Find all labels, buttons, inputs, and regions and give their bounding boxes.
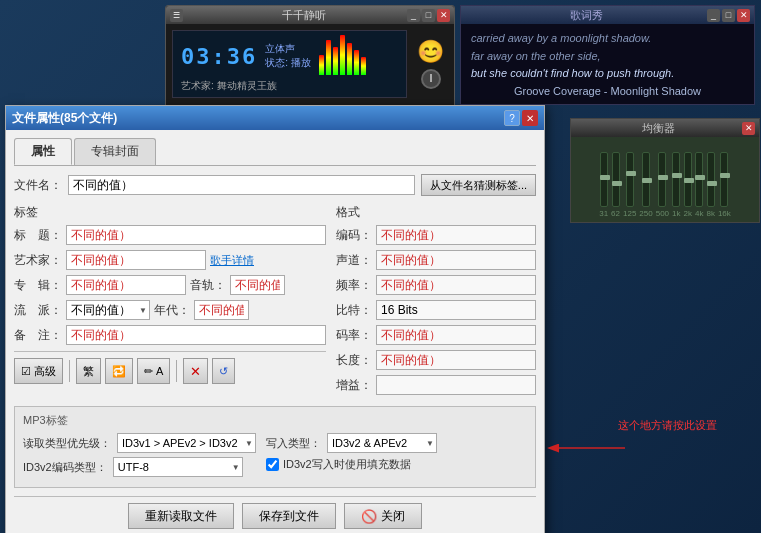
- tab-properties[interactable]: 属性: [14, 138, 72, 165]
- close-button[interactable]: 🚫 关闭: [344, 503, 422, 529]
- eq-window: 均衡器 ✕ 31 62 125 250: [570, 118, 760, 223]
- delete-button[interactable]: ✕: [183, 358, 208, 384]
- eq-slider-track-500[interactable]: [658, 152, 666, 207]
- annotation-text: 这个地方请按此设置: [618, 418, 748, 433]
- lyrics-maximize-button[interactable]: □: [722, 9, 735, 22]
- eq-slider-track-16k[interactable]: [720, 152, 728, 207]
- comment-input[interactable]: [66, 325, 326, 345]
- eq-title: 均衡器: [575, 121, 742, 136]
- eq-slider-4k: 4k: [695, 152, 703, 218]
- eq-slider-1k: 1k: [672, 152, 680, 218]
- player-status: 状态: 播放: [265, 56, 311, 70]
- viz-bar-1: [319, 55, 324, 75]
- viz-bar-4: [340, 35, 345, 75]
- rate-row: 频率：: [336, 275, 536, 295]
- fill-checkbox[interactable]: [266, 458, 279, 471]
- player-volume-knob[interactable]: [421, 69, 441, 89]
- eq-slider-track-31[interactable]: [600, 152, 608, 207]
- player-titlebar: ☰ 千千静听 _ □ ✕: [166, 6, 454, 24]
- eq-slider-track-125[interactable]: [626, 152, 634, 207]
- gain-input[interactable]: [376, 375, 536, 395]
- write-type-select-wrap: ID3v2 & APEv2 ▼: [327, 433, 437, 453]
- delete-icon: ✕: [190, 364, 201, 379]
- track-input[interactable]: [230, 275, 285, 295]
- read-priority-select[interactable]: ID3v1 > APEv2 > ID3v2: [117, 433, 256, 453]
- desktop: ☰ 千千静听 _ □ ✕ 03:36 立体声 状态: 播放: [0, 0, 761, 533]
- dialog-body: 属性 专辑封面 文件名： 从文件名猜测标签... 标签 标 题：: [6, 130, 544, 533]
- eq-close-button[interactable]: ✕: [742, 122, 755, 135]
- lyrics-win-buttons: _ □ ✕: [707, 9, 750, 22]
- title-input[interactable]: [66, 225, 326, 245]
- player-menu-icon[interactable]: ☰: [170, 9, 183, 22]
- convert-button[interactable]: 🔁: [105, 358, 133, 384]
- id3-encoding-select[interactable]: UTF-8: [113, 457, 243, 477]
- write-type-select[interactable]: ID3v2 & APEv2: [327, 433, 437, 453]
- encoding-input[interactable]: [376, 225, 536, 245]
- eq-slider-track-250[interactable]: [642, 152, 650, 207]
- eq-slider-track-62[interactable]: [612, 152, 620, 207]
- lyrics-minimize-button[interactable]: _: [707, 9, 720, 22]
- bits-row: 比特：: [336, 300, 536, 320]
- fill-checkbox-row: ID3v2写入时使用填充数据: [266, 457, 437, 472]
- read-priority-label: 读取类型优先级：: [23, 436, 111, 451]
- close-button-label: 关闭: [381, 508, 405, 525]
- eq-slider-track-2k[interactable]: [684, 152, 692, 207]
- advanced-button[interactable]: ☑ 高级: [14, 358, 63, 384]
- year-input[interactable]: [194, 300, 249, 320]
- duration-row: 长度：: [336, 350, 536, 370]
- dialog-title: 文件属性(85个文件): [12, 110, 117, 127]
- eq-slider-track-4k[interactable]: [695, 152, 703, 207]
- edit-button[interactable]: ✏ A: [137, 358, 170, 384]
- bits-input[interactable]: [376, 300, 536, 320]
- lyrics-close-button[interactable]: ✕: [737, 9, 750, 22]
- artist-label: 艺术家：: [14, 252, 62, 269]
- refresh-button[interactable]: ↺: [212, 358, 235, 384]
- dialog-help-button[interactable]: ?: [504, 110, 520, 126]
- bits-label: 比特：: [336, 302, 372, 319]
- artist-detail-link[interactable]: 歌手详情: [210, 253, 254, 268]
- player-maximize-button[interactable]: □: [422, 9, 435, 22]
- channel-input[interactable]: [376, 250, 536, 270]
- eq-slider-track-1k[interactable]: [672, 152, 680, 207]
- player-time: 03:36: [181, 44, 257, 69]
- player-minimize-button[interactable]: _: [407, 9, 420, 22]
- read-priority-row: 读取类型优先级： ID3v1 > APEv2 > ID3v2 ▼: [23, 433, 256, 453]
- eq-label-250: 250: [639, 209, 652, 218]
- bitrate-label: 码率：: [336, 327, 372, 344]
- gain-row: 增益：: [336, 375, 536, 395]
- file-name-row: 文件名： 从文件名猜测标签...: [14, 174, 536, 196]
- reload-button[interactable]: 重新读取文件: [128, 503, 234, 529]
- save-button[interactable]: 保存到文件: [242, 503, 336, 529]
- rate-label: 频率：: [336, 277, 372, 294]
- toolbar-divider: [14, 351, 326, 352]
- write-type-row: 写入类型： ID3v2 & APEv2 ▼: [266, 433, 437, 453]
- player-close-button[interactable]: ✕: [437, 9, 450, 22]
- eq-label-1k: 1k: [672, 209, 680, 218]
- eq-slider-track-8k[interactable]: [707, 152, 715, 207]
- title-row: 标 题：: [14, 225, 326, 245]
- eq-label-31: 31: [599, 209, 608, 218]
- eq-label-16k: 16k: [718, 209, 731, 218]
- detect-tags-button[interactable]: 从文件名猜测标签...: [421, 174, 536, 196]
- eq-slider-31: 31: [599, 152, 608, 218]
- rate-input[interactable]: [376, 275, 536, 295]
- dialog-close-button[interactable]: ✕: [522, 110, 538, 126]
- traditional-label: 繁: [83, 364, 94, 379]
- channel-row: 声道：: [336, 250, 536, 270]
- genre-select[interactable]: 不同的值）: [66, 300, 150, 320]
- file-name-input[interactable]: [68, 175, 415, 195]
- album-input[interactable]: [66, 275, 186, 295]
- viz-bar-2: [326, 40, 331, 75]
- viz-bar-7: [361, 57, 366, 75]
- traditional-button[interactable]: 繁: [76, 358, 101, 384]
- bitrate-input[interactable]: [376, 325, 536, 345]
- id3-encoding-label: ID3v2编码类型：: [23, 460, 107, 475]
- artist-input[interactable]: [66, 250, 206, 270]
- genre-row: 流 派： 不同的值） ▼ 年代：: [14, 300, 326, 320]
- album-label: 专 辑：: [14, 277, 62, 294]
- comment-row: 备 注：: [14, 325, 326, 345]
- player-win-buttons: _ □ ✕: [407, 9, 450, 22]
- tab-album-cover[interactable]: 专辑封面: [74, 138, 156, 165]
- duration-input[interactable]: [376, 350, 536, 370]
- fill-checkbox-label: ID3v2写入时使用填充数据: [283, 457, 411, 472]
